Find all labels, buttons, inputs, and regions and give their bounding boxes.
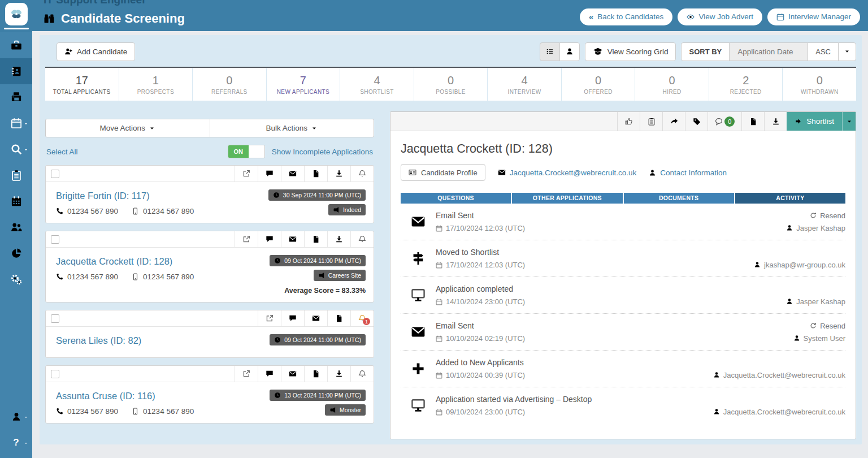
bell-alert-icon[interactable]: 1 — [350, 310, 374, 326]
tab-documents[interactable]: DOCUMENTS — [624, 193, 734, 204]
bulk-actions-dropdown[interactable]: Bulk Actions — [210, 119, 374, 137]
sidebar-item-contacts[interactable] — [0, 214, 32, 240]
thumbs-up-icon[interactable] — [617, 112, 640, 131]
forward-icon[interactable] — [662, 112, 685, 131]
sidebar-item-candidates[interactable] — [0, 58, 32, 84]
resend-link[interactable]: Resend — [810, 322, 845, 330]
sidebar-item-settings[interactable] — [0, 266, 32, 292]
status-tab-possible[interactable]: 0POSSIBLE — [414, 68, 488, 101]
candidate-email-link[interactable]: Jacquetta.Crockett@webrecruit.co.uk — [498, 168, 637, 177]
interview-manager-button[interactable]: Interview Manager — [767, 8, 860, 25]
documents-icon[interactable] — [304, 366, 327, 382]
bell-icon[interactable] — [350, 231, 374, 247]
users-icon — [11, 222, 22, 233]
download-icon[interactable] — [764, 112, 787, 131]
candidate-profile-button[interactable]: Candidate Profile — [401, 164, 485, 181]
sort-controls: SORT BY Application Date ASC — [681, 42, 856, 61]
comment-icon[interactable] — [258, 231, 281, 247]
candidate-card: Assunta Cruse (ID: 116) 01234 567 890 01… — [45, 365, 374, 424]
view-job-advert-button[interactable]: View Job Advert — [678, 8, 762, 25]
status-tab-withdrawn[interactable]: 0WITHDRAWN — [783, 68, 856, 101]
move-actions-dropdown[interactable]: Move Actions — [46, 119, 210, 137]
documents-icon[interactable] — [304, 166, 327, 182]
candidate-detail-panel: 0 Shortlist Jacquetta Crockett (ID: 128)… — [390, 111, 856, 439]
email-icon[interactable] — [281, 166, 304, 182]
download-icon[interactable] — [327, 366, 350, 382]
show-incomplete-toggle[interactable]: ON — [228, 145, 265, 158]
candidate-checkbox[interactable] — [51, 235, 59, 244]
clock-icon — [274, 257, 281, 264]
app-logo-block[interactable] — [0, 0, 32, 32]
email-icon[interactable] — [304, 310, 327, 326]
candidate-name-link[interactable]: Serena Liles (ID: 82) — [56, 335, 141, 346]
bell-icon[interactable] — [350, 166, 374, 182]
sidebar-item-reports[interactable] — [0, 240, 32, 266]
open-candidate-icon[interactable] — [258, 310, 281, 326]
comment-icon[interactable] — [258, 166, 281, 182]
sort-field-select[interactable]: Application Date — [729, 42, 808, 61]
documents-icon[interactable] — [304, 231, 327, 247]
list-view-toggle[interactable] — [540, 42, 560, 61]
back-to-candidates-button[interactable]: «Back to Candidates — [580, 8, 672, 25]
sidebar-item-fax[interactable] — [0, 84, 32, 110]
status-tab-rejected[interactable]: 2REJECTED — [709, 68, 783, 101]
candidate-name-link[interactable]: Jacquetta Crockett (ID: 128) — [56, 256, 172, 267]
open-candidate-icon[interactable] — [235, 366, 258, 382]
status-tab-total-applicants[interactable]: 17TOTAL APPLICANTS — [45, 68, 119, 101]
comments-icon[interactable]: 0 — [708, 112, 741, 131]
tag-icon[interactable] — [685, 112, 708, 131]
actions-bar: Move Actions Bulk Actions — [45, 119, 374, 137]
shortlist-caret-button[interactable] — [842, 112, 856, 131]
status-tab-shortlist[interactable]: 4SHORTLIST — [340, 68, 414, 101]
tab-questions[interactable]: QUESTIONS — [401, 193, 511, 204]
comment-icon[interactable] — [281, 310, 304, 326]
contact-information-link[interactable]: Contact Information — [649, 168, 727, 177]
sidebar-item-account[interactable] — [0, 404, 32, 430]
activity-date: 10/10/2024 02:19 (UTC) — [436, 334, 525, 343]
resend-link[interactable]: Resend — [810, 211, 845, 220]
sidebar-item-search-menu[interactable] — [0, 136, 32, 162]
open-candidate-icon[interactable] — [235, 166, 258, 182]
scorecard-icon[interactable] — [640, 112, 662, 131]
download-icon[interactable] — [327, 231, 350, 247]
status-tab-prospects[interactable]: 1PROSPECTS — [119, 68, 193, 101]
sidebar-item-tasks[interactable] — [0, 162, 32, 188]
comment-icon[interactable] — [258, 366, 281, 382]
activity-user: jkashap@wr-group.co.uk — [754, 261, 845, 269]
candidate-checkbox[interactable] — [51, 314, 59, 323]
documents-icon[interactable] — [741, 112, 764, 131]
sidebar-item-jobs[interactable] — [0, 32, 32, 58]
view-scoring-grid-button[interactable]: View Scoring Grid — [585, 42, 676, 61]
status-tab-hired[interactable]: 0HIRED — [635, 68, 709, 101]
candidate-name-link[interactable]: Brigitte Fortin (ID: 117) — [56, 191, 150, 201]
select-all-link[interactable]: Select All — [46, 148, 78, 156]
shortlist-button[interactable]: Shortlist — [787, 112, 842, 131]
open-candidate-icon[interactable] — [235, 231, 258, 247]
sort-caret-button[interactable] — [838, 42, 856, 61]
download-icon[interactable] — [327, 166, 350, 182]
refresh-icon — [810, 212, 817, 219]
sidebar-item-calendar-menu[interactable] — [0, 110, 32, 136]
email-icon[interactable] — [281, 366, 304, 382]
status-tab-interview[interactable]: 4INTERVIEW — [488, 68, 561, 101]
gears-icon — [11, 274, 22, 285]
activity-date: 09/10/2024 23:00 (UTC) — [436, 408, 592, 416]
sort-direction-select[interactable]: ASC — [808, 42, 839, 61]
profile-view-toggle[interactable] — [559, 42, 580, 61]
documents-icon[interactable] — [327, 310, 350, 326]
sidebar-item-schedule[interactable] — [0, 188, 32, 214]
status-tab-offered[interactable]: 0OFFERED — [562, 68, 635, 101]
candidate-list-panel: Move Actions Bulk Actions Select All ON … — [45, 111, 374, 431]
status-tab-referrals[interactable]: 0REFERRALS — [193, 68, 266, 101]
sidebar-item-help[interactable]: ? — [0, 430, 32, 456]
bell-icon[interactable] — [350, 366, 374, 382]
candidate-name-link[interactable]: Assunta Cruse (ID: 116) — [56, 391, 155, 401]
candidate-checkbox[interactable] — [51, 170, 59, 178]
email-icon[interactable] — [281, 231, 304, 247]
add-candidate-button[interactable]: Add Candidate — [57, 42, 135, 61]
tab-activity[interactable]: ACTIVITY — [735, 193, 845, 204]
average-score: Average Score = 83.33% — [284, 287, 366, 295]
candidate-checkbox[interactable] — [51, 370, 59, 378]
status-tab-new-applicants[interactable]: 7NEW APPLICANTS — [267, 68, 340, 101]
tab-other-applications[interactable]: OTHER APPLICATIONS — [512, 193, 622, 204]
